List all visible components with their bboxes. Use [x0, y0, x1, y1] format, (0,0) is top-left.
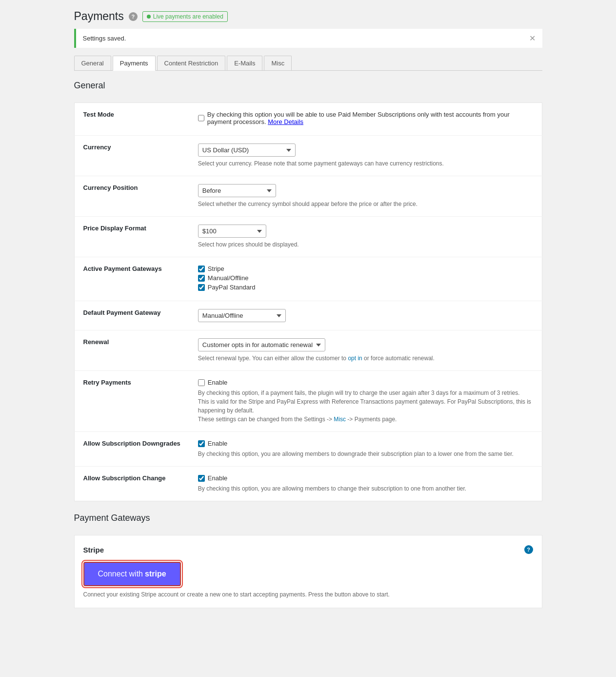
stripe-footer-text: Connect your existing Stripe account or … — [83, 591, 533, 598]
page-header: Payments ? Live payments are enabled — [74, 10, 542, 23]
subscription-change-row: Allow Subscription Change Enable By chec… — [74, 467, 542, 501]
currency-position-description: Select whether the currency symbol shoul… — [198, 200, 533, 208]
tab-payments[interactable]: Payments — [113, 56, 156, 71]
currency-row: Currency US Dollar (USD) Euro (EUR) Brit… — [74, 136, 542, 176]
subscription-downgrades-field: Enable By checking this option, you are … — [189, 432, 542, 467]
subscription-change-field: Enable By checking this option, you are … — [189, 467, 542, 501]
page-title: Payments — [74, 10, 124, 23]
general-section-title: General — [74, 81, 542, 95]
tab-misc[interactable]: Misc — [264, 56, 292, 70]
live-badge: Live payments are enabled — [142, 11, 228, 22]
connect-stripe-brand: stripe — [145, 570, 166, 578]
currency-position-select[interactable]: Before After — [198, 184, 276, 197]
stripe-checkbox-label: Stripe — [208, 265, 224, 272]
active-gateways-row: Active Payment Gateways Stripe Manual/Of… — [74, 257, 542, 301]
stripe-header: Stripe ? — [83, 545, 533, 554]
retry-payments-field: Enable By checking this option, if a pay… — [189, 371, 542, 432]
downgrades-description: By checking this option, you are allowin… — [198, 450, 533, 458]
manual-checkbox-row: Manual/Offline — [198, 274, 533, 282]
test-mode-field: By checking this option you will be able… — [189, 103, 542, 136]
tab-content-restriction[interactable]: Content Restriction — [157, 56, 226, 70]
stripe-checkbox[interactable] — [198, 266, 205, 272]
stripe-section: Stripe ? Connect with stripe Connect you… — [74, 535, 542, 608]
live-badge-text: Live payments are enabled — [153, 13, 223, 20]
active-gateways-label: Active Payment Gateways — [74, 257, 189, 301]
connect-stripe-prefix: Connect with — [98, 570, 143, 578]
notice-bar: Settings saved. ✕ — [74, 29, 542, 48]
manual-checkbox-label: Manual/Offline — [208, 274, 249, 282]
renewal-description: Select renewal type. You can either allo… — [198, 354, 533, 363]
tabs-nav: General Payments Content Restriction E-M… — [74, 56, 542, 71]
default-gateway-field: Manual/Offline Stripe PayPal Standard — [189, 301, 542, 330]
price-display-select[interactable]: $100 $ 100 100$ — [198, 225, 266, 238]
notice-text: Settings saved. — [83, 35, 126, 42]
active-gateways-field: Stripe Manual/Offline PayPal Standard — [189, 257, 542, 301]
retry-payments-row: Retry Payments Enable By checking this o… — [74, 371, 542, 432]
renewal-field: Customer opts in for automatic renewal F… — [189, 330, 542, 371]
stripe-checkbox-row: Stripe — [198, 265, 533, 272]
paypal-checkbox-row: PayPal Standard — [198, 284, 533, 291]
change-description: By checking this option, you are allowin… — [198, 484, 533, 493]
notice-close-button[interactable]: ✕ — [529, 34, 536, 43]
currency-position-field: Before After Select whether the currency… — [189, 176, 542, 217]
paypal-checkbox-label: PayPal Standard — [208, 284, 256, 291]
price-display-description: Select how prices should be displayed. — [198, 240, 533, 249]
currency-select[interactable]: US Dollar (USD) Euro (EUR) British Pound… — [198, 144, 296, 157]
retry-checkbox-row: Enable — [198, 379, 533, 386]
paypal-checkbox[interactable] — [198, 284, 205, 291]
change-checkbox-row: Enable — [198, 474, 533, 482]
test-mode-checkbox-row: By checking this option you will be able… — [198, 111, 533, 125]
renewal-label: Renewal — [74, 330, 189, 371]
price-display-label: Price Display Format — [74, 217, 189, 257]
tab-general[interactable]: General — [74, 56, 111, 70]
retry-payments-description: By checking this option, if a payment fa… — [198, 389, 533, 424]
retry-payments-checkbox[interactable] — [198, 379, 205, 386]
tab-e-mails[interactable]: E-Mails — [227, 56, 262, 70]
allow-downgrades-checkbox[interactable] — [198, 440, 205, 447]
downgrades-checkbox-label: Enable — [208, 440, 227, 447]
payment-gateways-section-title: Payment Gateways — [74, 513, 542, 527]
currency-description: Select your currency. Please note that s… — [198, 159, 533, 168]
retry-checkbox-label: Enable — [208, 379, 227, 386]
subscription-downgrades-row: Allow Subscription Downgrades Enable By … — [74, 432, 542, 467]
connect-stripe-button[interactable]: Connect with stripe — [83, 562, 181, 586]
renewal-row: Renewal Customer opts in for automatic r… — [74, 330, 542, 371]
currency-field: US Dollar (USD) Euro (EUR) British Pound… — [189, 136, 542, 176]
help-icon[interactable]: ? — [129, 12, 138, 21]
price-display-field: $100 $ 100 100$ Select how prices should… — [189, 217, 542, 257]
change-checkbox-label: Enable — [208, 474, 227, 482]
currency-label: Currency — [74, 136, 189, 176]
retry-payments-label: Retry Payments — [74, 371, 189, 432]
test-mode-row: Test Mode By checking this option you wi… — [74, 103, 542, 136]
price-display-row: Price Display Format $100 $ 100 100$ Sel… — [74, 217, 542, 257]
subscription-change-label: Allow Subscription Change — [74, 467, 189, 501]
test-mode-more-details-link[interactable]: More Details — [268, 118, 303, 125]
stripe-help-icon[interactable]: ? — [524, 545, 533, 554]
test-mode-label: Test Mode — [74, 103, 189, 136]
opt-in-link[interactable]: opt in — [348, 355, 362, 362]
downgrades-checkbox-row: Enable — [198, 440, 533, 447]
subscription-downgrades-label: Allow Subscription Downgrades — [74, 432, 189, 467]
test-mode-checkbox-label: By checking this option you will be able… — [207, 111, 533, 125]
settings-table: Test Mode By checking this option you wi… — [74, 103, 542, 501]
allow-change-checkbox[interactable] — [198, 475, 205, 482]
currency-position-label: Currency Position — [74, 176, 189, 217]
test-mode-checkbox[interactable] — [198, 115, 204, 122]
default-gateway-select[interactable]: Manual/Offline Stripe PayPal Standard — [198, 309, 286, 322]
default-gateway-row: Default Payment Gateway Manual/Offline S… — [74, 301, 542, 330]
misc-link[interactable]: Misc — [334, 416, 346, 423]
default-gateway-label: Default Payment Gateway — [74, 301, 189, 330]
live-dot — [147, 15, 151, 19]
renewal-select[interactable]: Customer opts in for automatic renewal F… — [198, 338, 325, 351]
stripe-label: Stripe — [83, 546, 104, 554]
manual-checkbox[interactable] — [198, 275, 205, 282]
currency-position-row: Currency Position Before After Select wh… — [74, 176, 542, 217]
